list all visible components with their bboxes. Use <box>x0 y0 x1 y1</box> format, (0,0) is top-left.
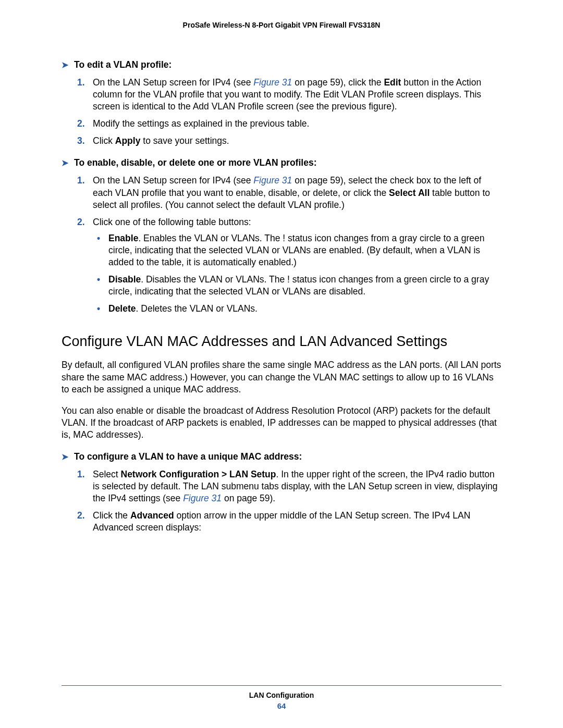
step-item: 2.Click one of the following table butto… <box>62 216 501 315</box>
page-footer: LAN Configuration 64 <box>62 685 501 710</box>
bullet-dot-icon: • <box>97 232 100 244</box>
arrow-icon: ➤ <box>62 452 74 462</box>
step-item: 1.Select Network Configuration > LAN Set… <box>62 468 501 504</box>
bullet-dot-icon: • <box>97 303 100 315</box>
text-run: Disable <box>108 274 141 285</box>
text-run: . Enables the VLAN or VLANs. The ! statu… <box>108 233 484 267</box>
bullet-item: •Enable. Enables the VLAN or VLANs. The … <box>93 232 501 268</box>
text-run: On the LAN Setup screen for IPv4 (see <box>93 77 253 88</box>
step-item: 2.Click the Advanced option arrow in the… <box>62 510 501 534</box>
step-number: 2. <box>77 510 85 522</box>
text-run: On the LAN Setup screen for IPv4 (see <box>93 175 253 186</box>
text-run: Click one of the following table buttons… <box>93 217 251 227</box>
arrow-icon: ➤ <box>62 158 74 168</box>
text-run: on page 59), click the <box>292 77 384 88</box>
procedure-steps: 1.Select Network Configuration > LAN Set… <box>62 468 501 534</box>
page-header: ProSafe Wireless-N 8-Port Gigabit VPN Fi… <box>62 21 501 29</box>
text-run: . Deletes the VLAN or VLANs. <box>136 303 258 314</box>
bullet-list: •Enable. Enables the VLAN or VLANs. The … <box>93 232 501 315</box>
text-run: . Disables the VLAN or VLANs. The ! stat… <box>108 274 489 297</box>
text-run: Enable <box>108 233 138 243</box>
procedure-steps: 1.On the LAN Setup screen for IPv4 (see … <box>62 77 501 147</box>
text-run: Edit <box>384 77 401 88</box>
procedure-heading-edit-vlan: ➤To edit a VLAN profile: <box>62 59 501 70</box>
bullet-dot-icon: • <box>97 274 100 286</box>
procedure-heading-enable-disable-delete: ➤To enable, disable, or delete one or mo… <box>62 157 501 168</box>
figure-reference-link[interactable]: Figure 31 <box>253 175 292 186</box>
step-number: 1. <box>77 77 85 89</box>
step-number: 3. <box>77 135 85 147</box>
text-run: Select All <box>389 188 430 198</box>
figure-reference-link[interactable]: Figure 31 <box>183 493 222 503</box>
section-heading-configure-vlan-mac: Configure VLAN MAC Addresses and LAN Adv… <box>62 334 501 350</box>
footer-chapter-label: LAN Configuration <box>62 691 501 699</box>
step-number: 2. <box>77 118 85 130</box>
procedure-heading-text: To edit a VLAN profile: <box>74 59 172 70</box>
procedure-heading-text: To enable, disable, or delete one or mor… <box>74 157 316 168</box>
step-item: 2.Modify the settings as explained in th… <box>62 118 501 130</box>
step-number: 2. <box>77 216 85 228</box>
text-run: Apply <box>115 135 141 146</box>
text-run: Network Configuration > LAN Setup <box>121 469 276 479</box>
body-paragraph: You can also enable or disable the broad… <box>62 405 501 441</box>
text-run: on page 59). <box>222 493 275 503</box>
step-item: 1.On the LAN Setup screen for IPv4 (see … <box>62 77 501 113</box>
body-paragraph: By default, all configured VLAN profiles… <box>62 359 501 395</box>
text-run: to save your settings. <box>140 135 229 146</box>
text-run: Delete <box>108 303 136 314</box>
footer-rule <box>62 685 501 686</box>
procedure-heading-configure-unique-mac: ➤To configure a VLAN to have a unique MA… <box>62 451 501 462</box>
step-item: 3.Click Apply to save your settings. <box>62 135 501 147</box>
procedure-steps: 1.On the LAN Setup screen for IPv4 (see … <box>62 175 501 315</box>
step-number: 1. <box>77 468 85 480</box>
step-item: 1.On the LAN Setup screen for IPv4 (see … <box>62 175 501 211</box>
arrow-icon: ➤ <box>62 60 74 70</box>
bullet-item: •Disable. Disables the VLAN or VLANs. Th… <box>93 274 501 298</box>
bullet-item: •Delete. Deletes the VLAN or VLANs. <box>93 303 501 315</box>
step-number: 1. <box>77 175 85 187</box>
text-run: Select <box>93 469 121 479</box>
procedure-heading-text: To configure a VLAN to have a unique MAC… <box>74 451 302 462</box>
document-page: ProSafe Wireless-N 8-Port Gigabit VPN Fi… <box>0 0 563 728</box>
text-run: Advanced <box>130 510 174 521</box>
footer-page-number: 64 <box>62 701 501 710</box>
text-run: Click the <box>93 510 130 521</box>
text-run: Click <box>93 135 115 146</box>
figure-reference-link[interactable]: Figure 31 <box>253 77 292 88</box>
text-run: Modify the settings as explained in the … <box>93 118 309 129</box>
